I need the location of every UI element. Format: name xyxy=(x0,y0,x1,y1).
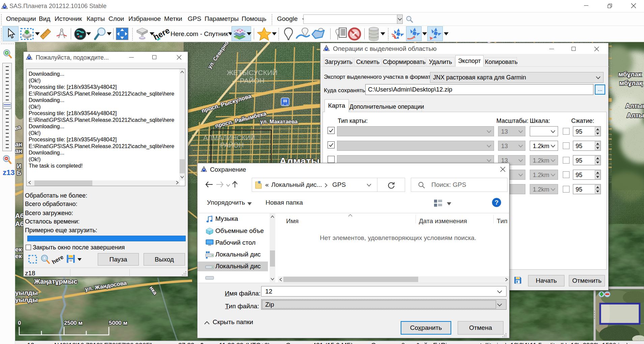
svg-text:РАЙОН: РАЙОН xyxy=(240,77,264,84)
svg-text:Алтындан: Алтындан xyxy=(625,102,644,109)
svg-text:ЖЕТЫСУСКИЙ: ЖЕТЫСУСКИЙ xyxy=(227,69,277,76)
svg-text:ан: ан xyxy=(15,141,22,148)
svg-text:ек: ек xyxy=(15,246,22,253)
svg-text:2500 м: 2500 м xyxy=(64,320,83,326)
svg-text:уылды: уылды xyxy=(15,296,38,303)
svg-text:И: И xyxy=(17,163,21,170)
svg-text:Аб: Аб xyxy=(15,220,24,228)
svg-text:АЛМАЛИНСКИЙ: АЛМАЛИНСКИЙ xyxy=(203,134,255,141)
svg-text:РАЙОН: РАЙОН xyxy=(220,141,244,149)
svg-text:Аб: Аб xyxy=(15,212,24,219)
svg-text:5000 м: 5000 м xyxy=(109,320,127,326)
svg-text:уылды: уылды xyxy=(15,289,38,296)
svg-text:ул. Макатаева: ул. Макатаева xyxy=(260,119,298,125)
svg-text:0: 0 xyxy=(18,320,21,326)
svg-text:Б: Б xyxy=(17,170,21,176)
svg-text:мбұлак: мбұлак xyxy=(618,71,642,78)
svg-text:ан: ан xyxy=(15,148,22,154)
svg-text:мбұлақ: мбұлақ xyxy=(619,79,643,87)
svg-text:ек: ек xyxy=(15,252,22,260)
svg-text:Алтындақ: Алтындақ xyxy=(627,112,644,119)
svg-text:Жаңатұрмыс: Жаңатұрмыс xyxy=(34,278,78,285)
